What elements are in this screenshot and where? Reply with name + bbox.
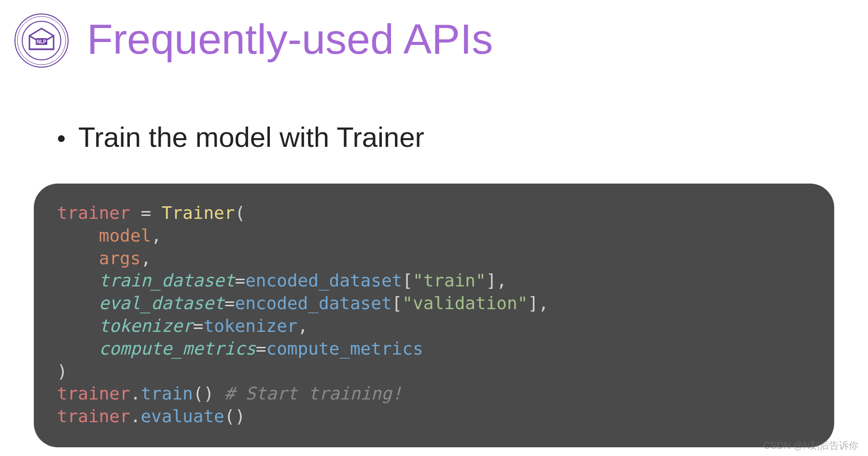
code-token: model [99,226,151,245]
code-token: () [224,406,245,426]
code-token: "validation" [402,293,528,313]
code-token: , [496,271,507,290]
code-token: , [151,226,162,245]
code-block: trainer = Trainer( model, args, train_da… [34,184,834,447]
code-token: ) [57,361,68,381]
code-token: Trainer [162,203,235,223]
code-token: compute_metrics [99,339,256,358]
slide-title: Frequently-used APIs [87,14,493,64]
code-token: = [224,293,235,313]
code-token: ] [486,271,497,290]
code-token [57,248,99,268]
code-token: trainer [57,384,130,403]
code-token: encoded_dataset [245,271,402,290]
code-token: = [256,339,266,358]
code-token: [ [402,271,413,290]
code-token: = [130,203,162,223]
code-token: , [298,316,308,336]
code-token: , [538,293,549,313]
code-token: train_dataset [99,271,235,290]
code-token: trainer [57,406,130,426]
code-token: = [235,271,245,290]
watermark: CSDN @N刻后告诉你 [763,439,858,452]
code-token: tokenizer [99,316,193,336]
code-token: [ [392,293,403,313]
code-comment: # Start training! [224,384,402,403]
code-token: tokenizer [203,316,297,336]
code-token: encoded_dataset [235,293,392,313]
bullet-dot-icon [58,135,65,142]
code-token [57,271,99,290]
code-token: train [140,384,193,403]
code-token [214,384,224,403]
code-token: args [99,248,141,268]
code-token: evaluate [140,406,224,426]
bullet-item: Train the model with Trainer [58,121,424,153]
code-token [57,316,99,336]
code-token [57,226,99,245]
code-token: eval_dataset [99,293,224,313]
code-token: . [130,384,141,403]
code-token: "train" [413,271,486,290]
nlp-logo: NLP [13,12,70,71]
code-token: ] [528,293,538,313]
code-token: trainer [57,203,130,223]
code-token: ( [235,203,245,223]
code-token: , [140,248,151,268]
slide: NLP Frequently-used APIs Train the model… [0,0,868,456]
code-token: . [130,406,141,426]
code-token: () [193,384,214,403]
code-content: trainer = Trainer( model, args, train_da… [57,202,811,428]
code-token: = [193,316,204,336]
bullet-text: Train the model with Trainer [78,121,424,153]
svg-text:NLP: NLP [37,39,46,44]
code-token: compute_metrics [266,339,423,358]
code-token [57,293,99,313]
code-token [57,339,99,358]
